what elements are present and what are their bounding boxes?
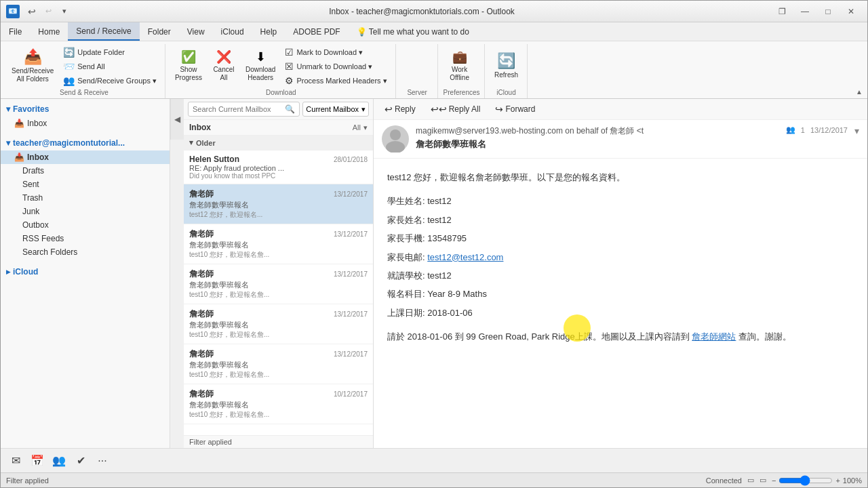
email-subject-3: 詹老師數學班報名 xyxy=(189,280,368,290)
sidebar-item-trash[interactable]: Trash xyxy=(1,191,170,205)
email-sender-1: 詹老師 xyxy=(189,188,214,200)
zoom-slider-input[interactable] xyxy=(778,475,833,486)
redo-button[interactable]: ↩ xyxy=(40,3,56,20)
reply-button[interactable]: ↩ Reply xyxy=(379,102,421,117)
mail-nav-icon: ✉ xyxy=(12,454,20,467)
sidebar-item-drafts[interactable]: Drafts xyxy=(1,164,170,178)
filter-applied-label: Filter applied xyxy=(6,476,49,485)
field-subject-label: 報名科目: xyxy=(387,289,425,299)
value-email-link[interactable]: test12@test12.com xyxy=(427,252,503,262)
nav-tasks-button[interactable]: ✔ xyxy=(71,451,90,470)
sidebar-item-sent[interactable]: Sent xyxy=(1,178,170,191)
zoom-minus-icon[interactable]: − xyxy=(772,476,776,485)
group-label-preferences: Preferences xyxy=(443,87,480,98)
email-list-item[interactable]: 詹老師 13/12/2017 詹老師數學班報名 test10 您好，歡迎報名詹.… xyxy=(184,304,373,344)
email-list-item[interactable]: 詹老師 13/12/2017 詹老師數學班報名 test10 您好，歡迎報名詹.… xyxy=(184,264,373,304)
unmark-to-download-button[interactable]: ☒ Unmark to Download ▾ xyxy=(281,60,391,73)
zoom-control[interactable]: − + 100% xyxy=(772,475,862,486)
email-list-item[interactable]: Helen Sutton 28/01/2018 RE: Apply fraud … xyxy=(184,150,373,184)
search-input[interactable] xyxy=(193,105,285,113)
footer-link[interactable]: 詹老師網站 xyxy=(692,331,736,342)
ribbon: 📤 Send/ReceiveAll Folders 🔄 Update Folde… xyxy=(1,41,867,99)
sidebar-item-junk[interactable]: Junk xyxy=(1,205,170,218)
forward-button[interactable]: ↪ Forward xyxy=(490,102,540,117)
mark-to-download-button[interactable]: ☑ Mark to Download ▾ xyxy=(281,45,391,59)
body-greeting: test12 您好，歡迎報名詹老師數學班。以下是您的報名資料。 xyxy=(387,169,854,185)
icloud-header[interactable]: ▸ iCloud xyxy=(1,264,170,279)
email-subject-4: 詹老師數學班報名 xyxy=(189,320,368,330)
restore-button[interactable]: ❐ xyxy=(771,3,793,20)
search-icon: 🔍 xyxy=(285,104,295,114)
undo-button[interactable]: ↩ xyxy=(24,3,40,20)
filter-dropdown[interactable]: All ▾ xyxy=(353,123,368,132)
nav-people-button[interactable]: 👥 xyxy=(50,451,68,470)
show-progress-button[interactable]: ✅ ShowProgress xyxy=(171,45,206,86)
send-all-label: Send All xyxy=(77,62,104,70)
menu-icloud[interactable]: iCloud xyxy=(213,22,252,41)
ribbon-group-content-send-receive: 📤 Send/ReceiveAll Folders 🔄 Update Folde… xyxy=(7,45,161,87)
cancel-all-icon: ❌ xyxy=(216,49,231,64)
ribbon-collapse-button[interactable]: ▲ xyxy=(854,44,865,98)
nav-more-button[interactable]: ··· xyxy=(93,451,112,470)
update-folder-label: Update Folder xyxy=(77,48,125,56)
process-marked-headers-button[interactable]: ⚙ Process Marked Headers ▾ xyxy=(281,74,391,87)
menu-folder[interactable]: Folder xyxy=(140,22,179,41)
sidebar-item-inbox-favorites[interactable]: 📥 Inbox xyxy=(1,117,170,130)
email-list-item[interactable]: 詹老師 10/12/2017 詹老師數學班報名 test10 您好，歡迎報名詹.… xyxy=(184,384,373,424)
field-parent-label: 家長姓名: xyxy=(387,215,425,225)
process-marked-icon: ⚙ xyxy=(285,75,294,86)
email-body[interactable]: test12 您好，歡迎報名詹老師數學班。以下是您的報名資料。 學生姓名: te… xyxy=(374,159,867,448)
refresh-button[interactable]: 🔄 Refresh xyxy=(490,45,523,86)
menu-help[interactable]: Help xyxy=(252,22,285,41)
mailbox-dropdown[interactable]: Current Mailbox ▾ xyxy=(302,102,369,117)
menu-send-receive[interactable]: Send / Receive xyxy=(68,22,139,41)
email-date-6: 10/12/2017 xyxy=(334,390,368,398)
send-receive-groups-button[interactable]: 👥 Send/Receive Groups ▾ xyxy=(59,74,161,87)
work-offline-button[interactable]: 💼 WorkOffline xyxy=(443,45,476,86)
maximize-button[interactable]: □ xyxy=(817,3,839,20)
close-button[interactable]: ✕ xyxy=(840,3,862,20)
search-box: 🔍 xyxy=(188,102,300,117)
sidebar-item-inbox[interactable]: 📥 Inbox xyxy=(1,150,170,164)
email-list-item[interactable]: 詹老師 13/12/2017 詹老師數學班報名 test10 您好，歡迎報名詹.… xyxy=(184,224,373,264)
unmark-to-download-icon: ☒ xyxy=(285,61,294,72)
unmark-to-download-label: Unmark to Download ▾ xyxy=(296,62,372,71)
quick-access-button[interactable]: ▾ xyxy=(56,3,73,20)
svg-point-1 xyxy=(386,141,405,152)
title-bar: 📧 ↩ ↩ ▾ Inbox - teacher@magicmonktutoria… xyxy=(1,1,867,22)
sidebar-item-rss[interactable]: RSS Feeds xyxy=(1,232,170,245)
menu-home[interactable]: Home xyxy=(30,22,68,41)
menu-adobe-pdf[interactable]: ADOBE PDF xyxy=(285,22,348,41)
sidebar: ▾ Favorites 📥 Inbox ▾ teacher@magicmontu… xyxy=(1,99,170,448)
account-header[interactable]: ▾ teacher@magicmontutorial... xyxy=(1,136,170,150)
email-list-item[interactable]: 詹老師 13/12/2017 詹老師數學班報名 test10 您好，歡迎報名詹.… xyxy=(184,344,373,384)
menu-file[interactable]: File xyxy=(1,22,30,41)
people-icon: 👥 xyxy=(786,125,795,134)
nav-mail-button[interactable]: ✉ xyxy=(6,451,25,470)
sidebar-collapse-button[interactable]: ◀ xyxy=(170,99,184,140)
nav-calendar-button[interactable]: 📅 xyxy=(28,451,47,470)
favorites-triangle: ▾ xyxy=(6,104,10,114)
minimize-button[interactable]: — xyxy=(794,3,816,20)
email-detail-collapse-button[interactable]: ▾ xyxy=(854,125,859,136)
email-list-item[interactable]: 詹老師 13/12/2017 詹老師數學班報名 test12 您好，歡迎報名..… xyxy=(184,184,373,224)
email-preview-4: test10 您好，歡迎報名詹... xyxy=(189,330,368,340)
icloud-triangle: ▸ xyxy=(6,267,10,277)
favorites-header[interactable]: ▾ Favorites xyxy=(1,102,170,117)
email-date-display: 13/12/2017 xyxy=(810,126,848,134)
calendar-nav-icon: 📅 xyxy=(31,454,44,467)
download-headers-button[interactable]: ⬇ DownloadHeaders xyxy=(241,45,279,86)
email-from: magikemw@server193.web-hosting.com on be… xyxy=(416,125,779,137)
sidebar-item-outbox[interactable]: Outbox xyxy=(1,218,170,232)
sidebar-item-search-folders[interactable]: Search Folders xyxy=(1,245,170,259)
update-folder-button[interactable]: 🔄 Update Folder xyxy=(59,45,161,59)
send-all-button[interactable]: 📨 Send All xyxy=(59,60,161,73)
menu-tell-me[interactable]: 💡 Tell me what you want to do xyxy=(349,22,477,41)
zoom-plus-icon[interactable]: + xyxy=(835,476,840,485)
cancel-all-button[interactable]: ❌ CancelAll xyxy=(208,45,240,86)
reply-all-button[interactable]: ↩↩ Reply All xyxy=(425,102,486,117)
email-list-toolbar: 🔍 Current Mailbox ▾ xyxy=(184,99,373,120)
ribbon-group-content-icloud: 🔄 Refresh xyxy=(490,45,523,87)
send-receive-all-button[interactable]: 📤 Send/ReceiveAll Folders xyxy=(7,45,58,86)
menu-view[interactable]: View xyxy=(179,22,213,41)
